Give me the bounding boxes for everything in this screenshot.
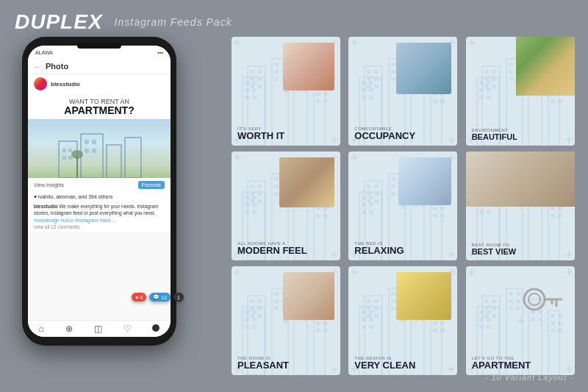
notif-other: 1 <box>173 293 184 302</box>
notif-comments-count: 12 <box>161 295 167 300</box>
svg-rect-360 <box>433 329 437 332</box>
camera-icon[interactable]: ◫ <box>94 324 102 334</box>
svg-rect-375 <box>479 310 484 314</box>
app-header: ← Photo <box>28 59 171 74</box>
svg-rect-120 <box>509 70 513 74</box>
svg-rect-44 <box>316 92 320 96</box>
post-label-big-4: MODERN FEEL <box>237 246 334 256</box>
svg-rect-17 <box>245 96 249 99</box>
svg-rect-16 <box>245 88 249 92</box>
svg-rect-285 <box>245 310 249 314</box>
svg-rect-107 <box>479 96 484 99</box>
svg-point-419 <box>524 289 545 310</box>
svg-rect-45 <box>316 99 320 103</box>
view-comments-text[interactable]: view all 12 comments <box>34 224 79 229</box>
post-photo-7 <box>283 272 334 320</box>
post-card-2[interactable]: COMFORTABLEOCCUPANCY <box>348 37 457 146</box>
post-card-8[interactable]: THE DESIGN ISVERY CLEAN <box>348 266 457 375</box>
svg-rect-195 <box>362 196 366 199</box>
bottom-nav: ⌂ ⊕ ◫ ♡ <box>28 320 171 337</box>
svg-rect-296 <box>257 307 262 310</box>
svg-rect-68 <box>367 77 371 81</box>
post-card-6[interactable]: BEST ROOM TOBEST VIEW <box>466 152 575 260</box>
svg-rect-391 <box>509 307 513 310</box>
svg-rect-389 <box>509 292 513 296</box>
post-main-title: APARTMENT? <box>35 105 163 116</box>
post-label-big-5: RELAXING <box>354 246 451 256</box>
svg-rect-19 <box>252 88 257 92</box>
post-text-7: THE ROOM ISPLEASANT <box>232 352 340 375</box>
svg-rect-287 <box>245 325 249 329</box>
svg-rect-3 <box>125 138 141 178</box>
svg-rect-64 <box>369 88 373 92</box>
post-photo-8 <box>396 272 451 320</box>
post-card-3[interactable]: ENVIRONMENTBEAUTIFUL <box>466 37 575 146</box>
svg-rect-289 <box>252 318 257 321</box>
heart-icon[interactable]: ♡ <box>123 324 132 334</box>
svg-rect-404 <box>551 321 555 325</box>
svg-rect-339 <box>367 314 371 318</box>
svg-rect-377 <box>479 325 484 329</box>
profile-icon[interactable] <box>152 324 159 332</box>
svg-rect-110 <box>487 96 491 99</box>
header: DUPLEX Instagram Feeds Pack <box>15 10 232 34</box>
post-photo-9 <box>520 277 564 321</box>
notification-bubbles: ♥4 💬12 1 <box>132 293 184 302</box>
svg-rect-288 <box>252 310 257 314</box>
post-header: blesstudio <box>28 74 171 93</box>
post-card-4[interactable]: ALL ROOMS HAVE AMODERN FEEL <box>232 152 340 260</box>
svg-rect-67 <box>367 70 371 74</box>
svg-rect-269 <box>551 207 555 210</box>
svg-rect-383 <box>484 307 489 310</box>
svg-rect-203 <box>367 192 371 196</box>
svg-rect-205 <box>374 185 379 188</box>
svg-rect-225 <box>433 214 437 218</box>
status-text: ALAWA <box>35 50 53 55</box>
svg-rect-337 <box>367 299 371 303</box>
svg-rect-160 <box>257 185 262 188</box>
svg-rect-362 <box>440 321 445 325</box>
svg-rect-293 <box>250 307 254 310</box>
svg-rect-72 <box>374 85 379 88</box>
svg-rect-93 <box>440 99 445 103</box>
posts-grid: IT'S VERYWORTH ITCOMFORTABLEOCCUPANCYENV… <box>232 37 577 375</box>
svg-rect-76 <box>391 77 395 81</box>
svg-rect-294 <box>250 314 254 318</box>
search-icon[interactable]: ⊕ <box>65 324 73 334</box>
promote-button[interactable]: Promote <box>138 181 165 189</box>
svg-rect-242 <box>479 210 484 214</box>
svg-rect-62 <box>362 96 366 99</box>
svg-point-420 <box>528 293 540 305</box>
svg-rect-382 <box>484 299 489 303</box>
post-card-1[interactable]: IT'S VERYWORTH IT <box>232 37 340 146</box>
svg-rect-286 <box>245 318 249 321</box>
svg-rect-121 <box>509 77 513 81</box>
svg-rect-74 <box>391 63 395 66</box>
svg-rect-346 <box>391 307 395 310</box>
svg-rect-154 <box>252 203 257 207</box>
home-icon[interactable]: ⌂ <box>38 324 43 334</box>
svg-rect-48 <box>323 99 328 103</box>
svg-rect-376 <box>479 318 484 321</box>
post-card-9[interactable]: LET'S GO TO THEAPARTMENT <box>466 266 575 375</box>
svg-rect-20 <box>252 96 257 99</box>
svg-rect-301 <box>274 307 279 310</box>
svg-rect-200 <box>369 210 373 214</box>
svg-rect-22 <box>250 70 254 74</box>
svg-rect-90 <box>433 99 437 103</box>
svg-rect-334 <box>369 318 373 321</box>
svg-rect-207 <box>374 199 379 203</box>
post-card-7[interactable]: THE ROOM ISPLEASANT <box>232 266 340 375</box>
caption-area: blesstudio We make everything for your n… <box>28 202 171 231</box>
back-arrow-icon[interactable]: ← <box>34 63 41 71</box>
post-label-big-8: VERY CLEAN <box>354 360 451 371</box>
likes-text: ♥ lvahito, alexman, and 394 others <box>34 194 112 199</box>
svg-rect-385 <box>492 299 496 303</box>
svg-rect-344 <box>391 292 395 296</box>
svg-rect-151 <box>245 203 249 207</box>
svg-rect-341 <box>374 307 379 310</box>
view-insights-text[interactable]: View Insights <box>34 182 64 188</box>
post-card-5[interactable]: THE BED ISRELAXING <box>348 152 457 260</box>
svg-rect-345 <box>391 299 395 303</box>
svg-rect-113 <box>484 77 489 81</box>
